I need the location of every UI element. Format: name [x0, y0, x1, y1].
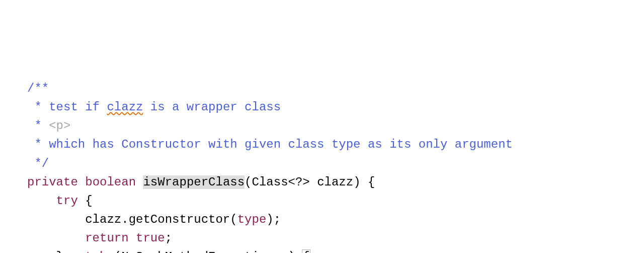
paren-close: ) [288, 250, 303, 253]
literal-true: true [136, 231, 165, 245]
stmt-end: ); [266, 213, 281, 226]
code-editor[interactable]: /** * test if clazz is a wrapper class *… [27, 79, 644, 253]
code-line: private boolean isWrapperClass(Class<?> … [27, 173, 644, 192]
brace-open: { [78, 194, 93, 208]
generic-wildcard: <?> [288, 175, 310, 189]
comment-text: test if [49, 100, 107, 114]
method-name: isWrapperClass [143, 175, 245, 189]
brace-open: { [361, 175, 375, 189]
keyword-catch: catch [70, 250, 107, 253]
paren-open: ( [245, 175, 252, 189]
comment-open: /** [27, 82, 49, 95]
code-line: */ [27, 154, 644, 173]
arg-type: type [237, 213, 267, 226]
comment-close: */ [27, 157, 49, 170]
paren-open: ( [107, 250, 121, 253]
keyword-try: try [56, 194, 78, 208]
param-name: clazz [317, 175, 353, 189]
keyword-private: private [27, 175, 78, 189]
comment-text: which has Constructor with given class t… [49, 138, 513, 151]
comment-text: is a wrapper class [143, 100, 281, 114]
code-line: * which has Constructor with given class… [27, 135, 644, 154]
exception-decl: NoSuchMethodException e [121, 250, 288, 253]
javadoc-tag: <p> [49, 119, 70, 133]
comment-prefix: * [27, 138, 49, 151]
keyword-boolean: boolean [85, 175, 136, 189]
brace-open-matched: { [302, 250, 309, 253]
code-line: * <p> [27, 116, 644, 135]
brace-close: } [56, 250, 63, 253]
spellcheck-word[interactable]: clazz [107, 100, 143, 114]
paren-close: ) [353, 175, 360, 189]
semicolon: ; [165, 231, 172, 245]
comment-prefix: * [27, 119, 49, 133]
code-line: clazz.getConstructor(type); [27, 210, 644, 229]
comment-prefix: * [27, 100, 49, 114]
method-call: clazz.getConstructor( [85, 213, 237, 226]
type-class: Class [252, 175, 288, 189]
code-line: try { [27, 192, 644, 210]
code-line: /** [27, 79, 644, 98]
code-line: } catch (NoSuchMethodException e) { [27, 247, 644, 253]
keyword-return: return [85, 231, 128, 245]
code-line: * test if clazz is a wrapper class [27, 98, 644, 116]
code-line: return true; [27, 229, 644, 247]
